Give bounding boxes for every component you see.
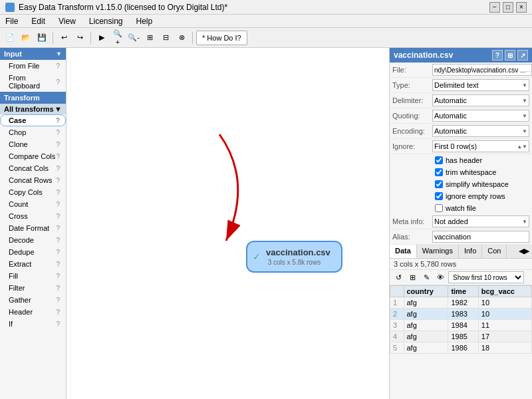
concatcols-help-icon[interactable]: ?: [56, 165, 60, 172]
sidebar-item-header[interactable]: Header ?: [0, 306, 66, 318]
chop-help-icon[interactable]: ?: [56, 129, 60, 136]
toolbar-undo[interactable]: ↩: [57, 31, 71, 45]
tab-warnings[interactable]: Warnings: [417, 245, 459, 258]
filter-help-icon[interactable]: ?: [56, 285, 60, 292]
sidebar-item-fromfile[interactable]: From File ?: [0, 60, 66, 72]
toolbar-save[interactable]: 💾: [35, 31, 49, 45]
sidebar-item-dedupe[interactable]: Dedupe ?: [0, 246, 66, 258]
sidebar-item-copycols[interactable]: Copy Cols ?: [0, 186, 66, 198]
checkbox-row-trimwhitespace[interactable]: trim whitespace: [390, 166, 532, 178]
show-rows-select[interactable]: Show first 10 rows Show first 25 rows Sh…: [448, 271, 524, 283]
watchfile-checkbox[interactable]: [435, 204, 443, 212]
count-help-icon[interactable]: ?: [56, 201, 60, 208]
comparecols-help-icon[interactable]: ?: [56, 153, 60, 160]
data-refresh-icon[interactable]: ↺: [392, 271, 404, 283]
checkbox-row-simplifywhitespace[interactable]: simplify whitespace: [390, 178, 532, 190]
toolbar-grid[interactable]: ⊟: [158, 31, 173, 45]
tab-con[interactable]: Con: [482, 245, 507, 258]
menu-view[interactable]: View: [56, 15, 78, 27]
canvas-node-vaccination[interactable]: ✓ vaccination.csv 3 cols x 5.8k rows: [246, 241, 342, 273]
quoting-select[interactable]: Automatic ▼: [432, 110, 529, 122]
ignoreemptyrows-label[interactable]: ignore empty rows: [435, 192, 505, 200]
sidebar-item-if[interactable]: If ?: [0, 318, 66, 330]
tab-data[interactable]: Data: [390, 245, 417, 258]
cross-help-icon[interactable]: ?: [56, 213, 60, 220]
howdoi-button[interactable]: * How Do I?: [196, 31, 247, 45]
sidebar-item-extract[interactable]: Extract ?: [0, 258, 66, 270]
copycols-help-icon[interactable]: ?: [56, 189, 60, 196]
fromclipboard-help-icon[interactable]: ?: [56, 78, 60, 86]
minimize-button[interactable]: −: [489, 2, 500, 13]
sidebar-item-clone[interactable]: Clone ?: [0, 138, 66, 150]
toolbar-zoom-in[interactable]: 🔍+: [110, 31, 125, 45]
sidebar-item-filter[interactable]: Filter ?: [0, 282, 66, 294]
toolbar-zoom-out[interactable]: 🔍-: [126, 31, 141, 45]
sidebar-item-gather[interactable]: Gather ?: [0, 294, 66, 306]
hasheader-checkbox[interactable]: [435, 156, 443, 164]
hasheader-label[interactable]: has header: [435, 156, 482, 164]
fill-help-icon[interactable]: ?: [56, 273, 60, 280]
delimiter-select[interactable]: Automatic ▼: [432, 94, 529, 106]
sidebar-item-fromclipboard[interactable]: From Clipboard ?: [0, 72, 66, 92]
case-help-icon[interactable]: ?: [56, 117, 60, 124]
decode-help-icon[interactable]: ?: [56, 237, 60, 244]
data-edit-icon[interactable]: ✎: [420, 271, 432, 283]
sidebar-item-cross[interactable]: Cross ?: [0, 210, 66, 222]
panel-expand-icon[interactable]: ⊞: [505, 50, 515, 61]
toolbar-redo[interactable]: ↪: [72, 31, 87, 45]
metainfo-select[interactable]: Not added ▼: [432, 215, 529, 227]
data-view-icon[interactable]: 👁: [434, 271, 446, 283]
trimwhitespace-checkbox[interactable]: [435, 168, 443, 176]
type-select[interactable]: Delimited text ▼: [432, 79, 529, 91]
clone-help-icon[interactable]: ?: [56, 141, 60, 148]
sidebar-item-concatcols[interactable]: Concat Cols ?: [0, 162, 66, 174]
sidebar-item-case[interactable]: Case ?: [0, 114, 66, 126]
tab-info[interactable]: Info: [459, 245, 482, 258]
close-button[interactable]: ×: [516, 2, 527, 13]
canvas[interactable]: ✓ vaccination.csv 3 cols x 5.8k rows: [66, 48, 389, 399]
dedupe-help-icon[interactable]: ?: [56, 249, 60, 256]
sidebar-item-concatrows[interactable]: Concat Rows ?: [0, 174, 66, 186]
panel-help-icon[interactable]: ?: [492, 50, 503, 61]
file-input[interactable]: ndy\Desktop\vaccination.csv ... ...: [432, 64, 532, 76]
sidebar-item-count[interactable]: Count ?: [0, 198, 66, 210]
watchfile-label[interactable]: watch file: [435, 204, 476, 212]
dateformat-help-icon[interactable]: ?: [56, 225, 60, 232]
data-table-icon[interactable]: ⊞: [406, 271, 418, 283]
panel-detach-icon[interactable]: ↗: [517, 50, 528, 61]
sidebar-item-dateformat[interactable]: Date Format ?: [0, 222, 66, 234]
sidebar-section-input[interactable]: Input ▼: [0, 48, 66, 60]
menu-file[interactable]: File: [3, 15, 21, 27]
menu-edit[interactable]: Edit: [29, 15, 48, 27]
checkbox-row-hasheader[interactable]: has header: [390, 154, 532, 166]
toolbar-stop[interactable]: ⊗: [174, 31, 189, 45]
checkbox-row-watchfile[interactable]: watch file: [390, 202, 532, 214]
concatrows-help-icon[interactable]: ?: [56, 177, 60, 184]
ignore-select[interactable]: First 0 row(s) ▲▼: [432, 140, 529, 152]
toolbar-open[interactable]: 📂: [19, 31, 33, 45]
tab-more-icon[interactable]: ◀▶: [516, 245, 532, 258]
extract-help-icon[interactable]: ?: [56, 261, 60, 268]
sidebar-item-fill[interactable]: Fill ?: [0, 270, 66, 282]
sidebar-item-comparecols[interactable]: Compare Cols ?: [0, 150, 66, 162]
checkbox-row-ignoreemptyrows[interactable]: ignore empty rows: [390, 190, 532, 202]
simplifywhitespace-checkbox[interactable]: [435, 180, 443, 188]
encoding-select[interactable]: Automatic ▼: [432, 125, 529, 137]
simplifywhitespace-label[interactable]: simplify whitespace: [435, 180, 509, 188]
toolbar-new[interactable]: 📄: [3, 31, 17, 45]
fromfile-help-icon[interactable]: ?: [56, 63, 60, 70]
sidebar-section-transform[interactable]: Transform: [0, 92, 66, 104]
sidebar-item-decode[interactable]: Decode ?: [0, 234, 66, 246]
file-browse-icon[interactable]: ...: [525, 67, 530, 73]
titlebar-buttons[interactable]: − □ ×: [489, 2, 527, 13]
ignoreemptyrows-checkbox[interactable]: [435, 192, 443, 200]
menu-help[interactable]: Help: [134, 15, 156, 27]
if-help-icon[interactable]: ?: [56, 321, 60, 328]
ignore-scroll-icon[interactable]: ▲▼: [517, 144, 527, 150]
header-help-icon[interactable]: ?: [56, 309, 60, 316]
trimwhitespace-label[interactable]: trim whitespace: [435, 168, 496, 176]
gather-help-icon[interactable]: ?: [56, 297, 60, 304]
maximize-button[interactable]: □: [503, 2, 513, 13]
sidebar-subsection-alltransforms[interactable]: All transforms ▼: [0, 104, 66, 114]
toolbar-fit[interactable]: ⊞: [142, 31, 157, 45]
